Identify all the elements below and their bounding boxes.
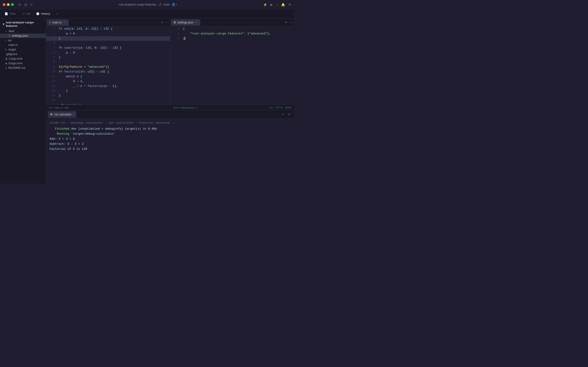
src-expand-icon: ▾ (6, 39, 7, 42)
sidebar-item-fleet-label: .fleet (8, 30, 14, 33)
sidebar-item-src[interactable]: ▾ src (0, 38, 46, 43)
code-line-17: ▶fn main() { (46, 103, 170, 105)
editor-pane-left: ● main.rs × ✓ — 1 fn add(a: i32, b: i3 (46, 18, 170, 110)
files-icon: 📄 (5, 12, 8, 15)
tab-git-label: Git (26, 12, 30, 15)
terminal-content: cargo run --package calculator --bin cal… (46, 119, 294, 184)
nav-tabs: 📄 Files ⎇ Git 🕐 History + (0, 9, 294, 18)
traffic-lights (3, 3, 14, 6)
editor-pane-right: ⚙ settings.json × ✓ — 1 { (170, 18, 294, 110)
titlebar: ⊟ ⊞ ⠿ rust-analyzer-cargo-features ⎇ mai… (0, 0, 294, 9)
tab-history[interactable]: 🕐 History (33, 10, 53, 17)
add-tab-button[interactable]: + (54, 11, 60, 17)
right-code-line-3: 3 } (170, 36, 294, 41)
readme-icon: ≡ (6, 67, 7, 69)
terminal-tab-icon: ⚙ (50, 113, 53, 116)
bell-icon[interactable]: 🔔 (281, 3, 285, 6)
terminal-reload-button[interactable]: ↺ (286, 111, 292, 118)
grid-icon[interactable]: ⠿ (30, 3, 33, 6)
terminal-output-finished: Finished dev [unoptimized + debuginfo] t… (50, 126, 290, 131)
sidebar-item-cargotoml[interactable]: ■ Cargo.toml (0, 61, 46, 66)
code-line-8: 8 (46, 60, 170, 65)
editor-area: ● main.rs × ✓ — 1 fn add(a: i32, b: i3 (46, 18, 294, 184)
left-status-path: src / main.rs / add (49, 106, 69, 109)
close-button[interactable] (3, 3, 6, 6)
editor-split: ● main.rs × ✓ — 1 fn add(a: i32, b: i3 (46, 18, 294, 110)
terminal-output-factorial: Factorial of 5 is 120 (50, 147, 290, 152)
sidebar-toggle-icon[interactable]: ⊟ (18, 3, 21, 6)
editor-tab-bar-right: ⚙ settings.json × ✓ — (170, 18, 294, 27)
sidebar-item-cargotoml-label: Cargo.toml (8, 62, 22, 65)
maximize-button[interactable] (11, 3, 14, 6)
play-icon[interactable]: ▶ (270, 3, 273, 6)
branch-name: main (163, 3, 170, 6)
sidebar-item-cargolock[interactable]: [i] Cargo.lock (0, 56, 46, 61)
sidebar-item-readme-label: README.md (8, 66, 25, 69)
mainrs-tab-close[interactable]: × (63, 21, 66, 24)
right-check-icon: ✓ (283, 21, 289, 24)
sidebar-item-readme[interactable]: ≡ README.md (0, 66, 46, 70)
lightning-icon[interactable]: ⚡ (263, 3, 267, 6)
target-expand-icon: ▶ (6, 48, 7, 51)
code-line-13: 13 _ ⇒ n * factorial(n - 1), (46, 84, 170, 89)
fleet-expand-icon: ▾ (6, 30, 7, 32)
editor-status-left: src / main.rs / add (46, 105, 170, 110)
code-line-12: 12 0 ⇒ 1, (46, 79, 170, 84)
editor-tab-bar-left: ● main.rs × ✓ — (46, 18, 170, 27)
sidebar-item-mainrs-label: main.rs (8, 43, 18, 47)
code-lines-right: 1 { 2 "rust-analyzer.cargo.features": ["… (170, 27, 294, 41)
terminal-panel: ⚙ run calculator × + ↺ cargo run --packa… (46, 110, 294, 184)
sidebar-project[interactable]: ▾ rust-analyzer-cargo-features (0, 18, 46, 29)
code-line-6: 6 a - b (46, 50, 170, 55)
terminal-tab-run[interactable]: ⚙ run calculator × (48, 111, 77, 118)
add-collaborator-icon[interactable]: 👤+ (172, 3, 177, 6)
sidebar-item-gitignore-label: .gitignore (6, 52, 17, 56)
editor-content-right[interactable]: 1 { 2 "rust-analyzer.cargo.features": ["… (170, 27, 294, 105)
code-line-10: 10 fn factorial(n: u32) → u32 { (46, 69, 170, 74)
layout-icon[interactable]: ⊞ (24, 3, 27, 6)
project-name: rust-analyzer-cargo-features (119, 3, 156, 6)
terminal-tab-label: run calculator (54, 113, 71, 116)
code-line-16: 16 (46, 98, 170, 103)
sidebar-item-fleet[interactable]: ▾ .fleet (0, 29, 46, 33)
right-code-line-1: 1 { (170, 27, 294, 31)
git-icon: ⎇ (22, 12, 25, 15)
cargolock-icon: [i] (6, 58, 7, 60)
sidebar-item-mainrs[interactable]: main.rs (0, 43, 46, 47)
editor-status-right: .fleet / settings.json / { 3:2 UTF-8 JSO… (170, 105, 294, 110)
editor-content-left[interactable]: 1 fn add(a: i32, b: i32) → i32 { 2 a + b… (46, 27, 170, 105)
search-icon[interactable]: ⌕ (276, 3, 278, 6)
minimize-button[interactable] (7, 3, 10, 6)
tab-files[interactable]: 📄 Files (2, 10, 18, 17)
tab-git[interactable]: ⎇ Git (19, 10, 33, 17)
code-line-5: 5 fn subtract(a: i32, b: i32) → i32 { (46, 46, 170, 50)
project-expand-icon: ▾ (3, 23, 4, 26)
sidebar-item-gitignore[interactable]: .gitignore (0, 52, 46, 56)
code-line-15: 15 } (46, 93, 170, 98)
sidebar: ▾ rust-analyzer-cargo-features ▾ .fleet … (0, 18, 46, 184)
terminal-tab-close[interactable]: × (73, 113, 74, 116)
settings-tab-close[interactable]: × (195, 21, 198, 24)
main-layout: ▾ rust-analyzer-cargo-features ▾ .fleet … (0, 18, 294, 184)
terminal-output-subtract: Subtract: 5 - 3 = 2 (50, 142, 290, 147)
right-status-encoding: UTF-8 (275, 106, 282, 109)
left-pane-collapse[interactable]: — (165, 20, 169, 25)
mainrs-tab-icon: ● (49, 21, 51, 24)
gear-icon[interactable]: ⚙ (288, 3, 291, 6)
terminal-add-button[interactable]: + (280, 112, 286, 117)
sidebar-item-settings-label: settings.json (12, 34, 28, 37)
sidebar-item-settings[interactable]: ⚙ settings.json + (0, 33, 46, 38)
sidebar-item-src-label: src (8, 39, 12, 42)
titlebar-right-icons: ⚡ ▶ ⌕ 🔔 ⚙ (263, 3, 291, 6)
tab-history-label: History (41, 12, 50, 15)
terminal-tab-bar: ⚙ run calculator × + ↺ (46, 110, 294, 119)
tab-files-label: Files (9, 12, 16, 15)
code-lines-left: 1 fn add(a: i32, b: i32) → i32 { 2 a + b… (46, 27, 170, 105)
settings-file-icon: ⚙ (8, 34, 10, 37)
mainrs-tab-label: main.rs (52, 21, 62, 24)
sidebar-item-target[interactable]: ▶ target (0, 47, 46, 52)
editor-tab-settings[interactable]: ⚙ settings.json × (171, 19, 200, 26)
right-pane-collapse[interactable]: — (289, 20, 293, 25)
editor-tab-mainrs[interactable]: ● main.rs × (47, 19, 69, 26)
right-status-path: .fleet / settings.json / { (173, 106, 198, 109)
